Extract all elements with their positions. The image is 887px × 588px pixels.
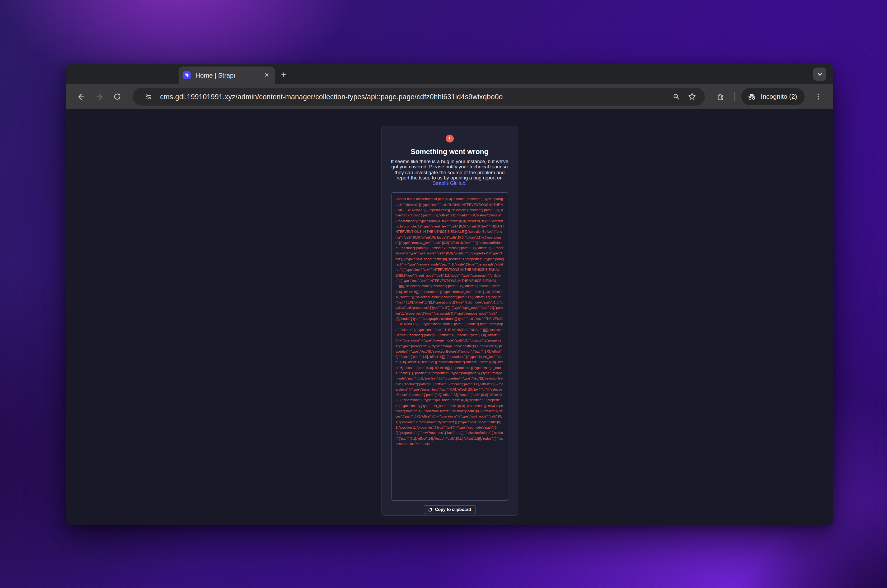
strapi-github-link[interactable]: Strapi's GitHub bbox=[432, 180, 465, 186]
url-bar[interactable]: cms.gdl.199101991.xyz/admin/content-mana… bbox=[132, 88, 705, 106]
reload-button[interactable] bbox=[110, 89, 125, 104]
tab-close-icon[interactable]: ✕ bbox=[263, 71, 271, 80]
error-description-suffix: . bbox=[465, 180, 467, 186]
bookmark-star-icon[interactable] bbox=[688, 92, 696, 101]
puzzle-icon bbox=[716, 92, 725, 101]
forward-arrow-icon bbox=[95, 92, 104, 101]
browser-window: Home | Strapi ✕ + bbox=[66, 64, 833, 525]
browser-tab[interactable]: Home | Strapi ✕ bbox=[179, 66, 275, 84]
site-settings-icon[interactable] bbox=[139, 88, 157, 106]
error-description-text: It seems like there is a bug in your ins… bbox=[391, 159, 508, 180]
browser-toolbar: cms.gdl.199101991.xyz/admin/content-mana… bbox=[66, 84, 833, 109]
back-button[interactable] bbox=[74, 89, 88, 104]
extensions-button[interactable] bbox=[713, 89, 728, 104]
error-details-box: Cannot find a descendant at path [0,3] i… bbox=[391, 192, 508, 501]
error-description: It seems like there is a bug in your ins… bbox=[389, 159, 510, 186]
copy-button-label: Copy to clipboard bbox=[435, 507, 471, 512]
screen: Home | Strapi ✕ + bbox=[0, 0, 887, 588]
browser-menu-button[interactable] bbox=[811, 89, 826, 104]
copy-icon bbox=[428, 508, 432, 512]
incognito-badge: Incognito (2) bbox=[741, 88, 804, 105]
new-tab-button[interactable]: + bbox=[277, 69, 290, 81]
kebab-menu-icon bbox=[815, 93, 822, 100]
url-text: cms.gdl.199101991.xyz/admin/content-mana… bbox=[160, 93, 672, 100]
incognito-icon bbox=[747, 93, 756, 100]
copy-to-clipboard-button[interactable]: Copy to clipboard bbox=[423, 506, 476, 514]
incognito-label: Incognito (2) bbox=[761, 93, 797, 100]
forward-button[interactable] bbox=[92, 89, 107, 104]
zoom-page-icon[interactable] bbox=[672, 93, 680, 100]
error-title: Something went wrong bbox=[411, 148, 489, 156]
page-content: ! Something went wrong It seems like the… bbox=[66, 109, 833, 525]
error-card: ! Something went wrong It seems like the… bbox=[381, 126, 518, 516]
toolbar-divider bbox=[734, 92, 735, 101]
back-arrow-icon bbox=[76, 92, 85, 101]
tab-title: Home | Strapi bbox=[195, 72, 263, 79]
reload-icon bbox=[113, 92, 122, 101]
strapi-favicon-icon bbox=[183, 71, 191, 79]
chevron-down-icon bbox=[816, 71, 823, 77]
alert-icon: ! bbox=[446, 135, 454, 142]
tab-overview-button[interactable] bbox=[813, 68, 826, 81]
